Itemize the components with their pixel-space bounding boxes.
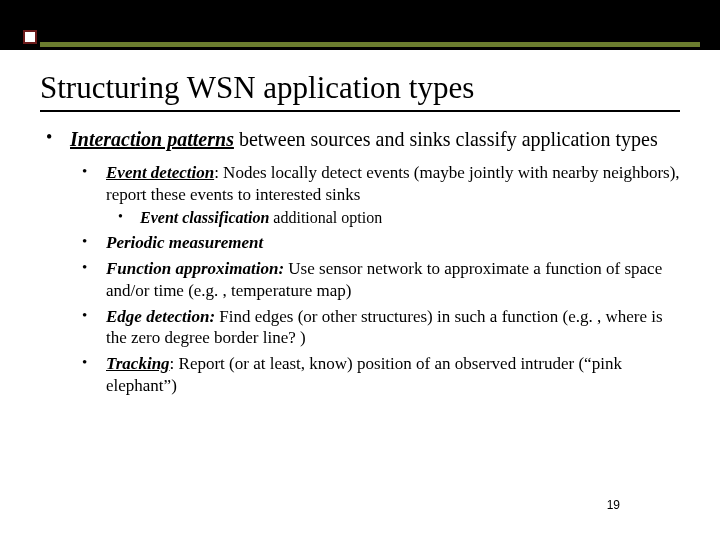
page-number: 19 bbox=[607, 498, 620, 512]
list-item: Event classification additional option bbox=[106, 208, 680, 229]
item-term: Edge detection: bbox=[106, 307, 215, 326]
list-item: Function approximation: Use sensor netwo… bbox=[70, 258, 680, 302]
item-term: Tracking bbox=[106, 354, 170, 373]
item-term: Periodic measurement bbox=[106, 233, 263, 252]
title-rule bbox=[40, 110, 680, 112]
bullet-list-level3: Event classification additional option bbox=[106, 208, 680, 229]
bullet-list-level1: Interaction patterns between sources and… bbox=[40, 126, 680, 397]
item-term: Event detection bbox=[106, 163, 214, 182]
bullet-list-level2: Event detection: Nodes locally detect ev… bbox=[70, 162, 680, 397]
decorative-underline bbox=[40, 42, 700, 47]
list-item: Tracking: Report (or at least, know) pos… bbox=[70, 353, 680, 397]
decorative-square-icon bbox=[23, 30, 37, 44]
subitem-term: Event classification bbox=[140, 209, 269, 226]
main-bullet: Interaction patterns between sources and… bbox=[40, 126, 680, 397]
slide-content: Structuring WSN application types Intera… bbox=[0, 50, 720, 397]
subitem-rest: additional option bbox=[269, 209, 382, 226]
main-bullet-rest: between sources and sinks classify appli… bbox=[234, 128, 658, 150]
item-sep: : bbox=[170, 354, 179, 373]
main-bullet-term: Interaction patterns bbox=[70, 128, 234, 150]
item-desc: Report (or at least, know) position of a… bbox=[106, 354, 622, 395]
list-item: Event detection: Nodes locally detect ev… bbox=[70, 162, 680, 228]
list-item: Edge detection: Find edges (or other str… bbox=[70, 306, 680, 350]
slide-top-bar bbox=[0, 0, 720, 50]
item-term: Function approximation: bbox=[106, 259, 284, 278]
slide-title: Structuring WSN application types bbox=[40, 70, 680, 106]
list-item: Periodic measurement bbox=[70, 232, 680, 254]
item-sep: : bbox=[214, 163, 223, 182]
